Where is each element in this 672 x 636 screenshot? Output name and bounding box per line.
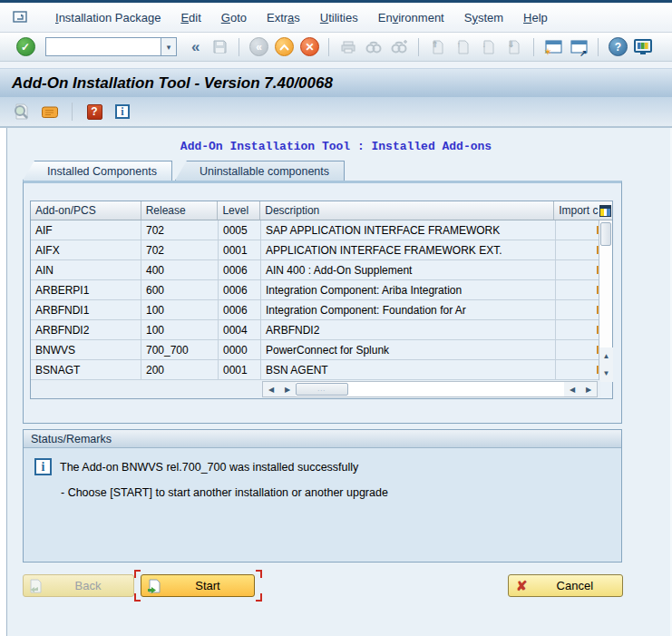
cell-addon: AIFX <box>31 240 141 260</box>
cell-description: SAP APPLICATION INTERFACE FRAMEWORK <box>261 220 556 240</box>
cell-release: 702 <box>141 240 219 260</box>
cell-description: BSN AGENT <box>261 360 556 380</box>
cell-import <box>556 220 600 240</box>
help-question-icon: ? <box>609 37 628 56</box>
menu-goto[interactable]: Goto <box>211 7 257 28</box>
scroll-down-button[interactable]: ▼ <box>599 365 613 382</box>
magnifier-document-icon <box>13 103 31 120</box>
vertical-scrollbar[interactable]: ▲ ▼ <box>599 220 612 382</box>
gui-menu-icon[interactable] <box>13 10 31 24</box>
information-button[interactable]: i <box>112 101 133 122</box>
scroll-up-button[interactable]: ▲ <box>599 347 613 365</box>
cancel-x-red-icon: ✘ <box>516 578 528 594</box>
cancel-button-toolbar[interactable]: ✕ <box>298 36 320 58</box>
collapse-toolbar-icon[interactable]: « <box>186 38 205 56</box>
help-button[interactable]: ? <box>607 36 628 58</box>
scroll-left-button-right-end[interactable]: ◀ <box>564 382 580 396</box>
horizontal-scrollbar[interactable]: ◀ ▶ ∙∙∙ ◀ ▶ <box>262 381 598 397</box>
cancel-x-icon: ✕ <box>300 37 319 56</box>
print-button[interactable] <box>337 36 359 58</box>
cancel-button[interactable]: ✘ Cancel <box>508 574 623 597</box>
command-field[interactable] <box>45 37 161 56</box>
info-i-icon: i <box>115 104 130 119</box>
display-search-button[interactable] <box>11 101 33 122</box>
save-button[interactable] <box>209 36 230 58</box>
start-button[interactable]: Start <box>141 574 255 597</box>
cell-import <box>556 240 600 260</box>
table-row[interactable]: ARBFNDI2 100 0004 ARBFNDI2 <box>31 320 612 340</box>
toolbar-separator <box>598 38 599 56</box>
cell-release: 702 <box>141 220 219 240</box>
cell-level: 0005 <box>219 220 261 240</box>
red-book-question-icon: ? <box>87 104 102 120</box>
create-shortcut-button[interactable]: ↗ <box>568 36 589 58</box>
enter-button[interactable]: ✓ <box>15 36 36 58</box>
cancel-button-label: Cancel <box>528 579 622 592</box>
table-row[interactable]: AIF 702 0005 SAP APPLICATION INTERFACE F… <box>31 220 612 240</box>
menu-help[interactable]: Help <box>513 7 558 28</box>
menu-utilities[interactable]: Utilities <box>310 7 368 28</box>
cell-description: Integration Component: Ariba Integration <box>261 280 556 300</box>
tab-uninstallable-components[interactable]: Uninstallable components <box>175 161 345 181</box>
menu-installation-package[interactable]: Installation Package <box>45 7 170 28</box>
last-page-button[interactable]: ⇓ <box>503 36 525 58</box>
column-header-description[interactable]: Description <box>260 201 554 220</box>
log-scroll-icon <box>41 104 59 120</box>
column-header-import[interactable]: Import c <box>554 201 599 220</box>
components-table: Add-on/PCS Release Level Description Imp… <box>30 201 613 399</box>
start-button-label: Start <box>161 579 254 592</box>
toolbar-separator <box>72 103 73 121</box>
page-up-button[interactable]: ↑ <box>453 36 474 58</box>
logs-button[interactable] <box>39 101 61 122</box>
table-configuration-button[interactable] <box>599 201 612 220</box>
binoculars-icon <box>365 40 382 54</box>
new-session-button[interactable]: ✶ <box>542 36 564 58</box>
start-doc-icon <box>147 579 161 593</box>
column-header-release[interactable]: Release <box>141 201 219 220</box>
documentation-help-button[interactable]: ? <box>83 101 105 122</box>
table-row[interactable]: BSNAGT 200 0001 BSN AGENT <box>31 360 612 380</box>
focus-bracket-icon <box>134 570 141 578</box>
menu-system[interactable]: System <box>454 7 513 28</box>
cell-release: 600 <box>141 280 219 300</box>
vertical-scrollbar-thumb[interactable] <box>600 222 611 246</box>
customize-layout-button[interactable] <box>632 36 654 58</box>
column-header-addon[interactable]: Add-on/PCS <box>31 201 141 220</box>
cell-import <box>556 360 600 380</box>
binoculars-plus-icon <box>391 40 407 54</box>
page-down-button[interactable]: ↓ <box>478 36 500 58</box>
table-row[interactable]: AIN 400 0006 AIN 400 : Add-On Supplement <box>31 260 612 280</box>
scroll-right-button-right-end[interactable]: ▶ <box>580 382 597 396</box>
column-header-level[interactable]: Level <box>218 201 260 220</box>
find-next-button[interactable] <box>388 36 410 58</box>
exit-button-toolbar[interactable] <box>273 36 295 58</box>
command-dropdown-icon[interactable]: ▾ <box>161 37 177 56</box>
menu-edit[interactable]: Edit <box>170 7 210 28</box>
cell-level: 0004 <box>219 320 261 340</box>
table-row[interactable]: ARBERPI1 600 0006 Integration Component:… <box>31 280 612 300</box>
cell-release: 400 <box>141 260 219 280</box>
first-page-button[interactable]: ⇑ <box>427 36 449 58</box>
save-floppy-icon <box>212 39 228 54</box>
menu-extras[interactable]: Extras <box>257 7 310 28</box>
horizontal-scrollbar-thumb[interactable]: ∙∙∙ <box>296 383 348 396</box>
cell-level: 0006 <box>219 300 261 320</box>
page-title: Add-On Installation Tool - Version 7.40/… <box>12 74 333 93</box>
menu-environment[interactable]: Environment <box>368 7 454 28</box>
find-button[interactable] <box>363 36 385 58</box>
tab-installed-components[interactable]: Installed Components <box>23 161 172 181</box>
table-row[interactable]: BNWVS 700_700 0000 PowerConnect for Splu… <box>31 340 612 360</box>
back-button-toolbar[interactable]: « <box>248 36 269 58</box>
scroll-right-button[interactable]: ▶ <box>279 382 296 396</box>
scroll-left-button[interactable]: ◀ <box>263 382 279 396</box>
tab-strip: Installed Components Uninstallable compo… <box>23 161 345 181</box>
cell-import <box>556 340 600 360</box>
back-button[interactable]: Back <box>23 574 134 597</box>
monitor-icon <box>634 39 652 55</box>
table-row[interactable]: AIFX 702 0001 APPLICATION INTERFACE FRAM… <box>31 240 612 260</box>
scrollbar-track[interactable] <box>348 382 564 396</box>
table-row[interactable]: ARBFNDI1 100 0006 Integration Component:… <box>31 300 612 320</box>
cell-level: 0000 <box>219 340 261 360</box>
cell-addon: ARBERPI1 <box>31 280 141 300</box>
cell-release: 100 <box>141 300 219 320</box>
